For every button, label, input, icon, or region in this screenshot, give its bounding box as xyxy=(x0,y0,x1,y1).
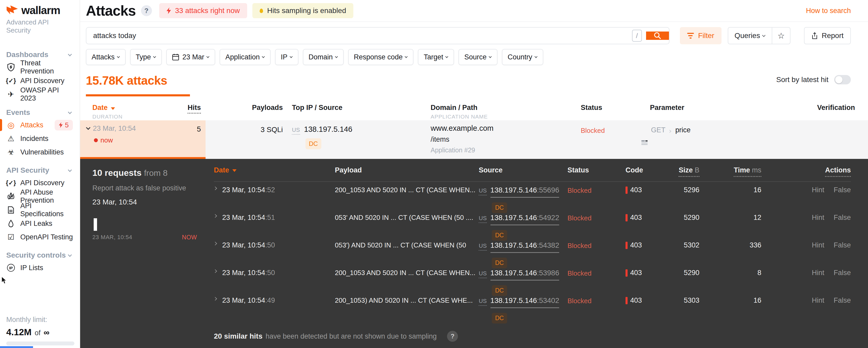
false-action[interactable]: False xyxy=(834,269,851,277)
chevron-down-icon xyxy=(68,253,72,257)
datacenter-tag[interactable]: DC xyxy=(492,313,507,323)
hint-action[interactable]: Hint xyxy=(812,269,824,277)
brand-logo[interactable]: wallarm xyxy=(6,4,75,17)
column-top-ip-source: Top IP / Source xyxy=(289,104,427,120)
help-icon[interactable]: ? xyxy=(447,331,458,342)
filter-button[interactable]: Filter xyxy=(680,27,721,44)
hit-row[interactable]: 23 Mar, 10:54:51 053' AND 5020 IN ... CT… xyxy=(214,209,851,237)
country-code[interactable]: US xyxy=(479,242,487,251)
sidebar-item-openapi-testing[interactable]: ☑ OpenAPI Testing xyxy=(6,230,75,244)
expand-chevron-icon[interactable] xyxy=(213,214,217,218)
help-icon[interactable]: ? xyxy=(141,5,152,16)
search-button[interactable] xyxy=(646,31,669,40)
column-date[interactable]: Date xyxy=(214,166,335,174)
filter-chip-application[interactable]: Application xyxy=(220,49,271,65)
false-action[interactable]: False xyxy=(834,241,851,249)
sidebar-item-attacks[interactable]: ◎ Attacks 5 xyxy=(6,118,75,132)
hit-payload: 200_1053 AND 5020 IN ... CT (CASE WHEN..… xyxy=(335,269,479,277)
report-false-positive-link[interactable]: Report attack as false positive xyxy=(92,184,210,192)
search-row: / Filter Queries ☆ Report xyxy=(86,27,851,44)
attacks-right-now-badge: 33 attacks right now xyxy=(159,3,247,18)
false-action[interactable]: False xyxy=(834,213,851,222)
hint-action[interactable]: Hint xyxy=(812,241,824,249)
hint-action[interactable]: Hint xyxy=(812,213,824,222)
country-code[interactable]: US xyxy=(479,187,487,195)
country-code[interactable]: US xyxy=(479,298,487,306)
hit-size: 5290 xyxy=(670,213,700,222)
live-now-indicator: now xyxy=(94,136,136,144)
sidebar-item-api-specifications[interactable]: API Specifications xyxy=(6,203,75,217)
filter-chip-type[interactable]: Type xyxy=(130,49,162,65)
sidebar-item-vulnerabilities[interactable]: ☣ Vulnerabilities xyxy=(6,145,75,159)
hit-payload: 053') AND 5020 IN ... CT (CASE WHEN (50 xyxy=(335,241,479,249)
favorite-star-button[interactable]: ☆ xyxy=(772,28,790,44)
hit-row[interactable]: 23 Mar, 10:54:49 200_1053) AND 5020 IN .… xyxy=(214,292,851,320)
sidebar-item-api-leaks[interactable]: API Leaks xyxy=(6,217,75,230)
datacenter-tag[interactable]: DC xyxy=(306,138,321,149)
country-code[interactable]: US xyxy=(292,126,300,135)
how-to-search-link[interactable]: How to search xyxy=(806,7,851,15)
timeline-activity-bar xyxy=(94,218,97,231)
expand-chevron-icon[interactable] xyxy=(213,242,217,245)
section-api-security[interactable]: API Security xyxy=(6,165,75,176)
attack-ip[interactable]: 138.197.5.146 xyxy=(304,125,352,134)
hit-row[interactable]: 23 Mar, 10:54:50 200_1053 AND 5020 IN ..… xyxy=(214,265,851,292)
hit-ip-port[interactable]: 138.197.5.146:54922 xyxy=(491,213,559,225)
hit-ip-port[interactable]: 138.197.5.146:53986 xyxy=(491,269,559,281)
brand-tagline: Advanced API Security xyxy=(6,18,75,34)
filter-chip-response-code[interactable]: Response code xyxy=(348,49,414,65)
hit-ip-port[interactable]: 138.197.5.146:55696 xyxy=(491,186,559,198)
datacenter-tag[interactable]: DC xyxy=(492,202,507,213)
hit-size: 5296 xyxy=(670,186,700,194)
false-action[interactable]: False xyxy=(834,186,851,194)
search-input[interactable] xyxy=(86,31,632,40)
filter-chip-attacks[interactable]: Attacks xyxy=(86,49,126,65)
false-action[interactable]: False xyxy=(834,296,851,304)
sidebar-item-incidents[interactable]: ⚠ Incidents xyxy=(6,132,75,145)
filter-chip-country[interactable]: Country xyxy=(502,49,543,65)
chevron-down-icon xyxy=(68,52,72,56)
filter-chip-domain[interactable]: Domain xyxy=(303,49,344,65)
hint-action[interactable]: Hint xyxy=(812,296,824,304)
sidebar-item-api-discovery-2[interactable]: {✓} API Discovery xyxy=(6,176,75,190)
sidebar-item-ip-lists[interactable]: IP IP Lists xyxy=(6,261,75,274)
hint-action[interactable]: Hint xyxy=(812,186,824,194)
expand-chevron-icon[interactable] xyxy=(213,297,217,300)
filter-chip-date[interactable]: 23 Mar xyxy=(166,49,215,65)
sort-by-latest-hit-toggle[interactable] xyxy=(834,75,851,84)
queries-button[interactable]: Queries xyxy=(728,28,772,44)
attack-row-expanded[interactable]: 23 Mar, 10:54 now 5 3 SQLi US 138.197.5.… xyxy=(80,120,868,159)
country-code[interactable]: US xyxy=(479,215,487,223)
attack-timeline[interactable]: 23 MAR, 10:54 NOW xyxy=(92,218,197,241)
section-dashboards[interactable]: Dashboards xyxy=(6,49,75,60)
column-date[interactable]: Date DURATION xyxy=(92,104,123,120)
column-hits[interactable]: Hits xyxy=(188,104,201,114)
sidebar-item-threat-prevention[interactable]: Threat Prevention xyxy=(6,60,75,74)
braces-check-icon: {✓} xyxy=(6,179,16,186)
brand-name: wallarm xyxy=(21,4,60,17)
filter-chip-ip[interactable]: IP xyxy=(275,49,299,65)
expand-chevron-icon[interactable] xyxy=(213,186,217,190)
datacenter-tag[interactable]: DC xyxy=(492,285,507,296)
datacenter-tag[interactable]: DC xyxy=(492,230,507,241)
filter-chip-target[interactable]: Target xyxy=(418,49,454,65)
sidebar-item-owasp-api-2023[interactable]: ✈ OWASP API 2023 xyxy=(6,88,75,101)
sidebar-item-api-discovery[interactable]: {✓} API Discovery xyxy=(6,74,75,88)
attack-payloads: 3 SQLi xyxy=(206,120,289,159)
hit-ip-port[interactable]: 138.197.5.146:53402 xyxy=(491,296,559,308)
sidebar-item-api-abuse-prevention[interactable]: API Abuse Prevention xyxy=(6,190,75,203)
monthly-limit-label: Monthly limit: xyxy=(6,316,74,324)
datacenter-tag[interactable]: DC xyxy=(492,258,507,268)
section-security-controls[interactable]: Security controls xyxy=(6,250,75,261)
report-button[interactable]: Report xyxy=(804,27,851,44)
chevron-down-icon xyxy=(762,34,766,37)
section-events[interactable]: Events xyxy=(6,107,75,118)
country-code[interactable]: US xyxy=(479,270,487,278)
expand-chevron-icon[interactable] xyxy=(213,269,217,273)
hit-row[interactable]: 23 Mar, 10:54:50 053') AND 5020 IN ... C… xyxy=(214,237,851,265)
filter-chip-source[interactable]: Source xyxy=(459,49,497,65)
collapse-chevron-icon[interactable] xyxy=(86,125,91,130)
chevron-down-icon xyxy=(534,55,537,58)
hit-ip-port[interactable]: 138.197.5.146:54382 xyxy=(491,241,559,253)
hit-row[interactable]: 23 Mar, 10:54:52 200_1053 AND 5020 IN ..… xyxy=(214,182,851,209)
